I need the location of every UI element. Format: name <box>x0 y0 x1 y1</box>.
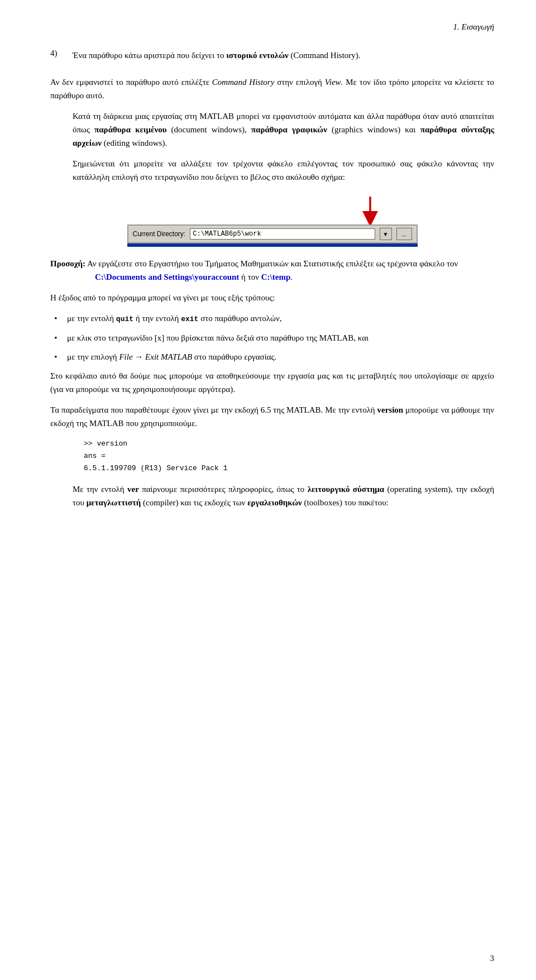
prosoxi-path1: C:\Documents and Settings\youraccount <box>95 273 239 281</box>
bullet1-end: στο παράθυρο αντολών, <box>198 314 281 323</box>
prosoxi-text: Αν εργάζεστε στο Εργαστήριο του Τμήματος… <box>85 259 458 268</box>
toolbar-browse[interactable]: ... <box>396 228 412 240</box>
para7-bold4: εργαλειοθηκών <box>247 498 302 507</box>
prosoxi-label: Προσοχή: <box>50 259 85 268</box>
paragraph-3: Σημειώνεται ότι μπορείτε να αλλάξετε τον… <box>73 157 494 184</box>
para6-start: Τα παραδείγματα που παραθέτουμε έχουν γί… <box>50 405 377 414</box>
para2-mid: (document windows), <box>166 125 251 134</box>
paragraph-4: Η έξοδος από το πρόγραμμα μπορεί να γίνε… <box>50 291 494 304</box>
para2-mid2: (graphics windows) και <box>327 125 420 134</box>
toolbar-blue-bar <box>127 243 418 247</box>
bullet1-start: με την εντολή <box>67 314 116 323</box>
para7-mid: παίρνουμε περισσότερες πληροφορίες, όπως… <box>139 485 308 494</box>
section-4-item: 4) Ένα παράθυρο κάτω αριστερά που δείχνε… <box>50 49 494 62</box>
bullet-text-2: με κλικ στο τετραγωνίδιο [x] που βρίσκετ… <box>67 331 494 345</box>
header-text: 1. Εισαγωγή <box>453 22 494 31</box>
code-line-1: >> version <box>84 438 494 450</box>
para7-bold: ver <box>127 485 139 494</box>
para7-start: Με την εντολή <box>73 485 127 494</box>
para6-bold: version <box>377 405 404 414</box>
bullet-item-2: • με κλικ στο τετραγωνίδιο [x] που βρίσκ… <box>50 331 494 345</box>
section4-text2: (Command History). <box>289 51 361 60</box>
paragraph-7: Με την εντολή ver παίρνουμε περισσότερες… <box>73 482 494 509</box>
prosoxi-paths: C:\Documents and Settings\youraccount ή … <box>95 270 494 284</box>
bullet-dot-2: • <box>50 331 61 345</box>
bullet3-italic2: Exit MATLAB <box>145 352 192 361</box>
section-4-num: 4) <box>50 49 67 62</box>
para7-end: (toolboxes) του πακέτου: <box>302 498 389 507</box>
para2-bold1: παράθυρα κειμένου <box>94 125 166 134</box>
para3-text: Σημειώνεται ότι μπορείτε να αλλάξετε τον… <box>73 159 494 181</box>
para1-text: Αν δεν εμφανιστεί το παράθυρο αυτό επιλέ… <box>50 78 494 100</box>
bullet-dot-1: • <box>50 312 61 326</box>
page-number: 3 <box>490 954 495 963</box>
bullet-text-3: με την επιλογή File → Exit MATLAB στο πα… <box>67 350 494 364</box>
section4-text: Ένα παράθυρο κάτω αριστερά που δείχνει τ… <box>73 51 226 60</box>
para4-text: Η έξοδος από το πρόγραμμα μπορεί να γίνε… <box>50 293 275 302</box>
bullet3-end: στο παράθυρο εργασίας. <box>192 352 276 361</box>
code-line-2: ans = <box>84 450 494 462</box>
code-block: >> version ans = 6.5.1.199709 (R13) Serv… <box>84 438 494 475</box>
page: 1. Εισαγωγή 4) Ένα παράθυρο κάτω αριστερ… <box>0 0 536 980</box>
para5-text: Στο κεφάλαιο αυτό θα δούμε πως μπορούμε … <box>50 371 494 394</box>
bullet-item-3: • με την επιλογή File → Exit MATLAB στο … <box>50 350 494 364</box>
paragraph-2: Κατά τη διάρκεια μιας εργασίας στη MATLA… <box>73 109 494 150</box>
bullet1-bold2: exit <box>181 315 198 323</box>
para2-bold2: παράθυρα γραφικών <box>251 125 327 134</box>
code-line-3: 6.5.1.199709 (R13) Service Pack 1 <box>84 462 494 475</box>
paragraph-1: Αν δεν εμφανιστεί το παράθυρο αυτό επιλέ… <box>50 75 494 102</box>
section4-bold: ιστορικό εντολών <box>226 51 289 60</box>
para2-end: (editing windows). <box>102 138 167 147</box>
para7-bold2: λειτουργικό σύστημα <box>308 485 385 494</box>
bullet-list: • με την εντολή quit ή την εντολή exit σ… <box>50 312 494 364</box>
prosoxi-path2: C:\temp <box>261 273 291 281</box>
para7-bold3: μεταγλωττιστή <box>87 498 141 507</box>
page-header: 1. Εισαγωγή <box>50 22 494 32</box>
paragraph-6: Τα παραδείγματα που παραθέτουμε έχουν γί… <box>50 403 494 430</box>
red-arrow-svg <box>353 194 387 224</box>
bullet-text-1: με την εντολή quit ή την εντολή exit στο… <box>67 312 494 326</box>
bullet1-bold1: quit <box>116 315 133 323</box>
para7-mid3: (compiler) και τις εκδοχές των <box>141 498 247 507</box>
page-footer: 3 <box>490 954 495 963</box>
bullet-item-1: • με την εντολή quit ή την εντολή exit σ… <box>50 312 494 326</box>
bullet3-italic: File <box>119 352 132 361</box>
paragraph-5: Στο κεφάλαιο αυτό θα δούμε πως μπορούμε … <box>50 369 494 396</box>
bullet1-mid: ή την εντολή <box>133 314 181 323</box>
toolbar-dropdown[interactable]: ▼ <box>380 228 392 240</box>
toolbar-label: Current Directory: <box>133 230 186 238</box>
bullet-dot-3: • <box>50 350 61 364</box>
prosoxi-block: Προσοχή: Αν εργάζεστε στο Εργαστήριο του… <box>50 257 494 284</box>
toolbar-input[interactable]: C:\MATLAB6p5\work <box>190 228 375 240</box>
bullet3-start: με την επιλογή <box>67 352 119 361</box>
toolbar-wrapper: Current Directory: C:\MATLAB6p5\work ▼ .… <box>50 194 494 247</box>
prosoxi-or: ή τον <box>239 273 261 281</box>
bullet3-arrow: → <box>133 352 146 361</box>
prosoxi-dot: . <box>290 273 293 281</box>
matlab-toolbar: Current Directory: C:\MATLAB6p5\work ▼ .… <box>127 224 418 243</box>
